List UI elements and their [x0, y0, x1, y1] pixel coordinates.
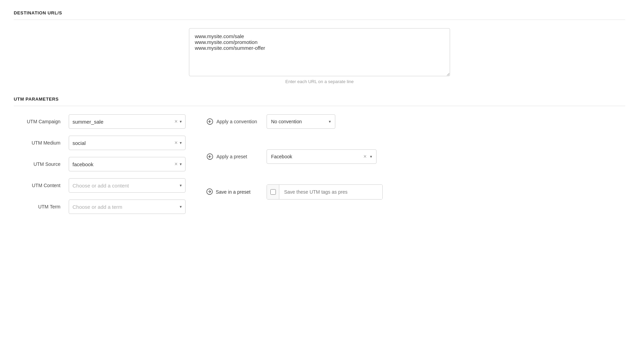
- utm-content-placeholder: Choose or add a content: [72, 183, 180, 189]
- apply-convention-text: Apply a convention: [216, 119, 257, 124]
- save-preset-checkbox-wrapper: [267, 185, 279, 199]
- utm-medium-combobox[interactable]: social × ▾: [69, 136, 186, 150]
- utm-campaign-clear-icon[interactable]: ×: [175, 119, 178, 124]
- utm-medium-row: UTM Medium social × ▾: [14, 136, 186, 150]
- utm-content-combobox[interactable]: Choose or add a content ▾: [69, 178, 186, 193]
- apply-convention-row: Apply a convention No convention ▾: [206, 114, 625, 129]
- utm-source-chevron-icon[interactable]: ▾: [180, 162, 182, 167]
- url-hint: Enter each URL on a separate line: [285, 79, 354, 84]
- utm-medium-clear-icon[interactable]: ×: [175, 140, 178, 146]
- utm-content-label: UTM Content: [14, 183, 69, 188]
- utm-fields-right: Apply a convention No convention ▾: [206, 114, 625, 200]
- utm-campaign-chevron-icon[interactable]: ▾: [180, 119, 182, 124]
- utm-campaign-row: UTM Campaign summer_sale × ▾: [14, 114, 186, 129]
- convention-value: No convention: [271, 119, 326, 124]
- spacer-1: [206, 136, 625, 143]
- preset-clear-icon[interactable]: ×: [363, 154, 367, 159]
- utm-term-combobox[interactable]: Choose or add a term ▾: [69, 200, 186, 214]
- save-preset-text: Save in a preset: [216, 189, 250, 195]
- save-preset-label-group: Save in a preset: [206, 188, 261, 196]
- destination-divider: [14, 20, 625, 20]
- preset-chevron-icon: ▾: [370, 154, 372, 159]
- utm-medium-value: social: [72, 140, 175, 146]
- convention-dropdown[interactable]: No convention ▾: [267, 114, 335, 129]
- utm-divider: [14, 106, 625, 106]
- utm-term-chevron-icon[interactable]: ▾: [180, 204, 182, 209]
- url-hint-wrapper: Enter each URL on a separate line: [14, 79, 625, 84]
- save-preset-row: Save in a preset: [206, 184, 625, 200]
- convention-chevron-icon: ▾: [329, 119, 331, 124]
- utm-campaign-value: summer_sale: [72, 119, 175, 125]
- save-preset-name-input[interactable]: [279, 185, 382, 199]
- apply-preset-row: Apply a preset Facebook × ▾: [206, 149, 625, 164]
- convention-icon: [206, 118, 214, 125]
- destination-url-textarea[interactable]: www.mysite.com/sale www.mysite.com/promo…: [189, 28, 450, 76]
- destination-url-section: DESTINATION URL/S www.mysite.com/sale ww…: [14, 10, 625, 84]
- save-preset-input-wrapper: [267, 184, 383, 200]
- spacer-2: [206, 171, 625, 178]
- utm-section-title: UTM PARAMETERS: [14, 96, 625, 102]
- utm-source-clear-icon[interactable]: ×: [175, 161, 178, 167]
- page-container: DESTINATION URL/S www.mysite.com/sale ww…: [0, 0, 639, 239]
- utm-campaign-combobox[interactable]: summer_sale × ▾: [69, 114, 186, 129]
- utm-grid: UTM Campaign summer_sale × ▾ UTM Medium: [14, 114, 625, 221]
- preset-value: Facebook: [271, 154, 361, 159]
- utm-medium-label: UTM Medium: [14, 140, 69, 146]
- utm-source-control: facebook × ▾: [69, 157, 186, 171]
- utm-medium-chevron-icon[interactable]: ▾: [180, 140, 182, 145]
- utm-content-chevron-icon[interactable]: ▾: [180, 183, 182, 188]
- destination-section-title: DESTINATION URL/S: [14, 10, 625, 15]
- apply-preset-text: Apply a preset: [216, 154, 247, 159]
- utm-source-row: UTM Source facebook × ▾: [14, 157, 186, 171]
- save-preset-checkbox[interactable]: [270, 189, 276, 195]
- utm-medium-control: social × ▾: [69, 136, 186, 150]
- preset-icon: [206, 153, 214, 160]
- apply-preset-label-group: Apply a preset: [206, 153, 261, 160]
- utm-campaign-label: UTM Campaign: [14, 119, 69, 124]
- utm-source-label: UTM Source: [14, 161, 69, 167]
- utm-term-control: Choose or add a term ▾: [69, 200, 186, 214]
- utm-campaign-control: summer_sale × ▾: [69, 114, 186, 129]
- utm-term-label: UTM Term: [14, 204, 69, 209]
- utm-content-row: UTM Content Choose or add a content ▾: [14, 178, 186, 193]
- utm-content-control: Choose or add a content ▾: [69, 178, 186, 193]
- utm-term-placeholder: Choose or add a term: [72, 204, 180, 210]
- utm-term-row: UTM Term Choose or add a term ▾: [14, 200, 186, 214]
- url-input-wrapper: www.mysite.com/sale www.mysite.com/promo…: [14, 28, 625, 76]
- save-icon: [206, 188, 213, 196]
- utm-source-combobox[interactable]: facebook × ▾: [69, 157, 186, 171]
- apply-convention-label-group: Apply a convention: [206, 118, 261, 125]
- preset-dropdown[interactable]: Facebook × ▾: [267, 149, 377, 164]
- utm-source-value: facebook: [72, 161, 175, 167]
- utm-fields-left: UTM Campaign summer_sale × ▾ UTM Medium: [14, 114, 186, 221]
- utm-parameters-section: UTM PARAMETERS UTM Campaign summer_sale …: [14, 96, 625, 221]
